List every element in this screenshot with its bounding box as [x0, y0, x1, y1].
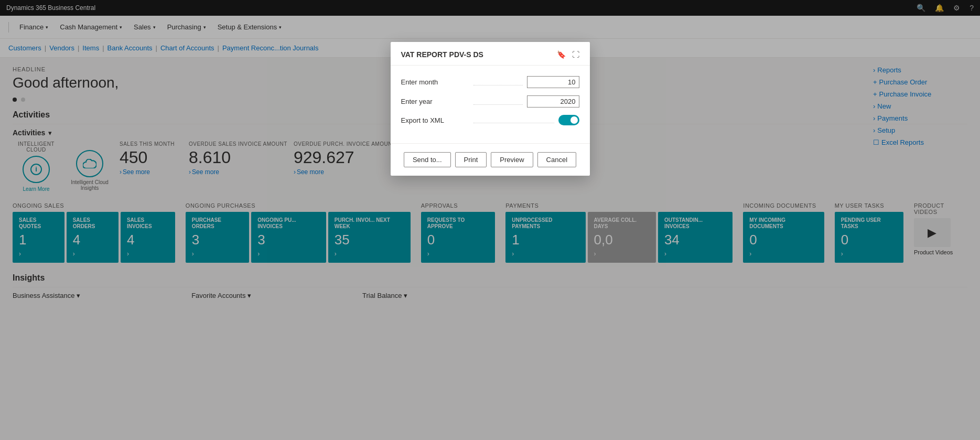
- dialog-field-year: Enter year: [401, 95, 579, 108]
- toggle-knob: [570, 116, 578, 124]
- dialog-header: VAT REPORT PDV-S DS 🔖 ⛶: [391, 42, 590, 66]
- enter-month-input[interactable]: [527, 76, 579, 88]
- toggle-switch[interactable]: [558, 115, 579, 125]
- bookmark-icon[interactable]: 🔖: [557, 50, 566, 59]
- dialog-field-month: Enter month: [401, 76, 579, 88]
- enter-year-input[interactable]: [527, 95, 579, 108]
- print-button[interactable]: Print: [455, 152, 487, 167]
- preview-button[interactable]: Preview: [491, 152, 533, 167]
- export-xml-toggle[interactable]: [558, 115, 579, 125]
- export-xml-label: Export to XML: [401, 116, 469, 124]
- enter-month-label: Enter month: [401, 78, 469, 86]
- enter-year-label: Enter year: [401, 98, 469, 105]
- modal-overlay[interactable]: VAT REPORT PDV-S DS 🔖 ⛶ Enter month Ente…: [0, 0, 980, 440]
- expand-icon[interactable]: ⛶: [572, 50, 579, 59]
- dialog-title: VAT REPORT PDV-S DS: [401, 50, 483, 59]
- send-to-button[interactable]: Send to...: [404, 152, 451, 167]
- dialog-footer: Send to... Print Preview Cancel: [391, 143, 590, 176]
- dialog-field-export: Export to XML: [401, 115, 579, 125]
- dialog-body: Enter month Enter year Export to XML: [391, 66, 590, 143]
- dialog-header-icons: 🔖 ⛶: [557, 50, 579, 59]
- cancel-button[interactable]: Cancel: [537, 152, 576, 167]
- vat-report-dialog: VAT REPORT PDV-S DS 🔖 ⛶ Enter month Ente…: [391, 42, 590, 176]
